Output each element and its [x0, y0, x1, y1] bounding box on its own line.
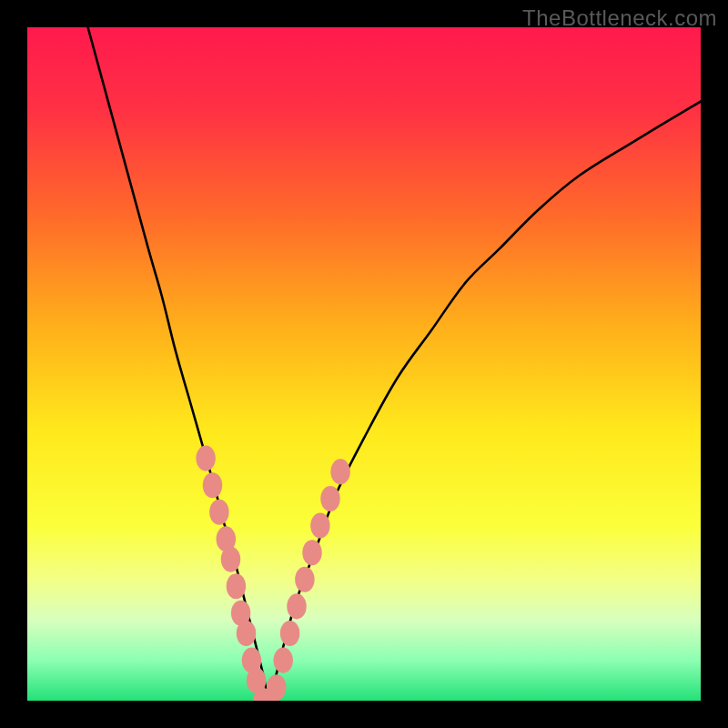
highlight-markers [27, 27, 701, 701]
marker-dot [237, 621, 256, 646]
marker-dot [310, 513, 329, 539]
marker-dot [320, 486, 339, 511]
marker-dot [330, 459, 349, 484]
marker-dot [302, 540, 321, 565]
marker-dot [273, 648, 292, 673]
marker-dot [209, 500, 228, 525]
plot-area [27, 27, 701, 701]
marker-dot [196, 446, 215, 471]
marker-dot [227, 573, 246, 599]
marker-dot [203, 472, 222, 498]
watermark-text: TheBottleneck.com [522, 5, 717, 31]
marker-dot [287, 593, 306, 619]
marker-dot [295, 567, 314, 592]
chart-stage: TheBottleneck.com [0, 0, 728, 728]
marker-dot [280, 621, 299, 646]
marker-dot [267, 674, 286, 700]
marker-dot [221, 547, 240, 572]
